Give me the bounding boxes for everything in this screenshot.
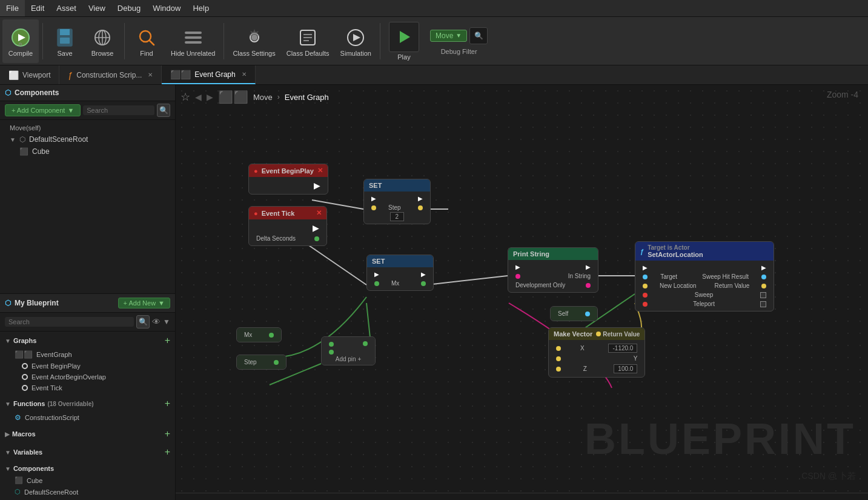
defaultsceneroot-component-item[interactable]: ⬡ DefaultSceneRoot (0, 486, 175, 498)
components-search-icon-btn[interactable]: 🔍 (157, 104, 170, 117)
viewport-icon: ⬜ (8, 70, 19, 80)
components-icon: ⬡ (5, 88, 11, 97)
mybp-search-input[interactable] (5, 317, 134, 327)
node-add[interactable]: Add pin + (321, 336, 376, 365)
functions-expand: ▼ (5, 401, 11, 407)
set1-exec-out: ▶ (418, 195, 423, 202)
menu-file[interactable]: File (0, 0, 25, 16)
event-tick-item[interactable]: Event Tick (0, 382, 175, 393)
set2-in-dot (374, 281, 379, 286)
graphs-section: ▼ Graphs + ⬛⬛ EventGraph Event BeginPlay… (0, 332, 175, 395)
class-defaults-label: Class Defaults (287, 50, 330, 57)
node-set-actor-location[interactable]: ƒ Target is Actor SetActorLocation ▶ ▶ T… (635, 241, 774, 312)
node-mx-var[interactable]: Mx (236, 327, 282, 342)
graph-area[interactable]: ☆ ◀ ▶ ⬛⬛ Move › Event Graph Zoom -4 (176, 85, 868, 500)
set2-mx-label: Mx (391, 280, 399, 287)
menu-window[interactable]: Window (147, 0, 187, 16)
print-exec-out: ▶ (586, 264, 591, 270)
svg-point-16 (251, 35, 257, 41)
node-set1[interactable]: SET ▶ ▶ Step 2 (363, 179, 431, 224)
sep4 (380, 23, 380, 59)
tree-item-defaultsceneroot[interactable]: ▼ ⬡ DefaultSceneRoot (0, 133, 175, 145)
menu-help[interactable]: Help (187, 0, 215, 16)
toolbar-search-button[interactable]: 🔍 (469, 27, 488, 44)
cube-component-item[interactable]: ⬛ Cube (0, 475, 175, 486)
node-self[interactable]: Self (550, 306, 598, 321)
set2-exec-out: ▶ (421, 271, 426, 278)
move-button[interactable]: Move ▼ (430, 30, 467, 42)
functions-section-header[interactable]: ▼ Functions (18 Overridable) + (0, 396, 175, 412)
eye-button[interactable]: 👁 (152, 317, 161, 327)
save-button[interactable]: Save (47, 19, 83, 63)
mybp-search-row: 🔍 👁 ▼ (0, 313, 175, 332)
functions-add-btn[interactable]: + (165, 398, 170, 409)
node-event-tick[interactable]: ● Event Tick ✕ ▶ Delta Seconds (248, 206, 327, 246)
favorite-star[interactable]: ☆ (181, 90, 190, 104)
blueprint-watermark: BLUEPRINT (585, 414, 856, 464)
compile-button[interactable]: ⚙ Compile (2, 19, 39, 63)
event-beginplay-item[interactable]: Event BeginPlay (0, 361, 175, 372)
sal-teleport-row: Teleport (640, 299, 769, 308)
find-button[interactable]: Find (128, 19, 165, 63)
node-set2-header: SET (367, 255, 433, 267)
sal-sweep-checkbox[interactable] (760, 292, 766, 298)
class-settings-button[interactable]: Class Settings (228, 19, 280, 63)
play-button[interactable] (389, 22, 419, 52)
defaultsceneroot-label: DefaultSceneRoot (29, 135, 88, 144)
sal-sweep-hit-dot (761, 275, 766, 279)
constructionscript-item[interactable]: ⚙ ConstructionScript (0, 412, 175, 424)
add-component-dropdown[interactable]: ▼ (67, 107, 74, 114)
mybp-header: ⬡ My Blueprint + Add New ▼ (0, 294, 175, 313)
tab-event-graph[interactable]: ⬛⬛ Event Graph ✕ (162, 65, 255, 84)
tab-event-graph-label: Event Graph (194, 70, 235, 79)
hide-unrelated-button[interactable]: Hide Unrelated (166, 19, 220, 63)
menu-debug[interactable]: Debug (111, 0, 147, 16)
menu-asset[interactable]: Asset (50, 0, 82, 16)
simulation-button[interactable]: Simulation (336, 19, 376, 63)
set2-title: SET (372, 258, 385, 265)
graphs-section-header[interactable]: ▼ Graphs + (0, 333, 175, 348)
add-component-button[interactable]: + Add Component ▼ (5, 104, 81, 116)
back-arrow[interactable]: ◀ (195, 92, 202, 102)
browse-button[interactable]: Browse (84, 19, 121, 63)
eventgraph-item[interactable]: ⬛⬛ EventGraph (0, 348, 175, 361)
variables-section-header[interactable]: ▼ Variables + (0, 444, 175, 460)
components-search-input[interactable] (83, 105, 154, 115)
mv-z-value[interactable]: 100.0 (614, 364, 637, 373)
node-make-vector[interactable]: Make Vector Return Value X -1120.0 Y (548, 327, 645, 378)
tab-construction[interactable]: ƒ Construction Scrip... ✕ (59, 65, 162, 84)
class-defaults-button[interactable]: Class Defaults (282, 19, 334, 63)
add-new-button[interactable]: + Add New ▼ (118, 298, 170, 308)
node-event-beginplay[interactable]: ● Event BeginPlay ✕ ▶ (248, 164, 328, 195)
sal-teleport-label: Teleport (693, 301, 715, 307)
graphs-add-btn[interactable]: + (165, 335, 170, 346)
mv-x-value[interactable]: -1120.0 (608, 344, 637, 353)
functions-section: ▼ Functions (18 Overridable) + ⚙ Constru… (0, 395, 175, 425)
eye-dropdown[interactable]: ▼ (163, 318, 170, 326)
bp-components-header[interactable]: ▼ Components (0, 462, 175, 475)
add-new-dropdown[interactable]: ▼ (158, 299, 165, 307)
tree-item-cube[interactable]: ⬛ Cube (0, 145, 175, 158)
node-print-string[interactable]: Print String ▶ ▶ In String Development O… (508, 247, 598, 293)
add-pin-button[interactable]: Add pin + (326, 356, 370, 362)
set1-step-value[interactable]: 2 (390, 212, 405, 221)
node-step-var[interactable]: Step (236, 355, 287, 370)
node-set2[interactable]: SET ▶ ▶ Mx (366, 255, 434, 291)
variables-add-btn[interactable]: + (165, 447, 170, 458)
mybp-icon: ⬡ (5, 299, 11, 307)
menu-view[interactable]: View (82, 0, 111, 16)
tab-viewport[interactable]: ⬜ Viewport (0, 65, 59, 84)
macros-section-header[interactable]: ▶ Macros + (0, 426, 175, 442)
graph-scrollbar[interactable] (176, 493, 868, 500)
var-mx-item[interactable]: Mx ⟩ (0, 498, 175, 500)
menu-edit[interactable]: Edit (25, 0, 50, 16)
forward-arrow[interactable]: ▶ (207, 92, 213, 102)
construction-close[interactable]: ✕ (148, 72, 153, 78)
event-actoroverlap-item[interactable]: Event ActorBeginOverlap (0, 372, 175, 382)
macros-add-btn[interactable]: + (165, 428, 170, 439)
sal-teleport-checkbox[interactable] (760, 301, 766, 307)
event-graph-close[interactable]: ✕ (242, 71, 247, 78)
components-title: ⬡ Components (5, 88, 59, 97)
mybp-search-btn[interactable]: 🔍 (136, 315, 150, 328)
construction-icon: ƒ (68, 70, 73, 80)
